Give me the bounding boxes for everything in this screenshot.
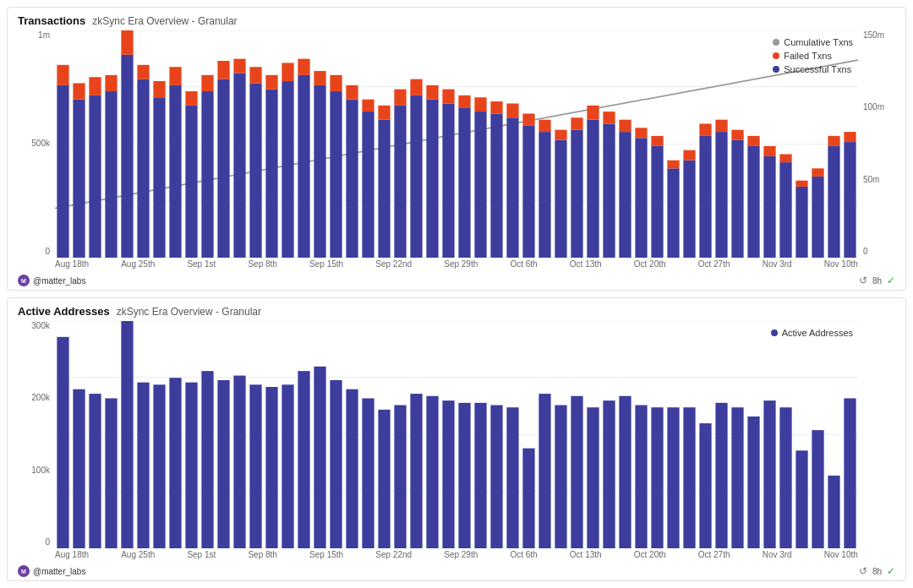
svg-rect-79 xyxy=(651,146,663,258)
svg-rect-36 xyxy=(298,59,309,75)
svg-rect-30 xyxy=(249,67,261,83)
cumulative-label: Cumulative Txns xyxy=(784,37,853,47)
matter-labs-logo-2: M xyxy=(18,565,30,577)
active-addresses-panel: Active Addresses zkSync Era Overview - G… xyxy=(7,297,906,581)
svg-rect-102 xyxy=(828,136,839,146)
transactions-y-axis-left: 1m 500k 0 xyxy=(18,30,55,273)
active-dot xyxy=(771,329,778,336)
svg-rect-55 xyxy=(458,107,470,258)
svg-rect-117 xyxy=(169,378,181,548)
svg-rect-96 xyxy=(779,155,791,163)
svg-rect-73 xyxy=(603,123,615,258)
svg-rect-50 xyxy=(410,79,422,95)
svg-rect-14 xyxy=(121,30,133,55)
svg-rect-48 xyxy=(394,90,406,106)
failed-label: Failed Txns xyxy=(784,51,832,61)
svg-rect-147 xyxy=(651,407,663,548)
svg-rect-94 xyxy=(763,146,775,156)
refresh-icon[interactable]: ↺ xyxy=(859,275,867,286)
active-addresses-footer: M @matter_labs ↺ 8h ✓ xyxy=(18,565,895,577)
active-addresses-title: Active Addresses xyxy=(18,305,110,318)
svg-rect-9 xyxy=(89,95,101,258)
svg-rect-95 xyxy=(779,162,791,258)
legend-failed: Failed Txns xyxy=(773,51,853,61)
svg-rect-133 xyxy=(426,396,438,548)
refresh-icon-2[interactable]: ↺ xyxy=(859,565,867,577)
cumulative-dot xyxy=(773,39,779,46)
svg-rect-159 xyxy=(844,398,856,548)
svg-rect-41 xyxy=(346,100,358,258)
svg-rect-111 xyxy=(73,389,85,548)
active-addresses-footer-actions: ↺ 8h ✓ xyxy=(859,565,895,577)
svg-rect-58 xyxy=(474,97,486,112)
active-addresses-chart-area: 300k 200k 100k 0 xyxy=(18,321,895,564)
svg-rect-122 xyxy=(249,384,261,548)
svg-rect-5 xyxy=(57,85,68,258)
svg-rect-34 xyxy=(282,63,293,81)
transactions-x-axis: Aug 18th Aug 25th Sep 1st Sep 8th Sep 15… xyxy=(55,258,858,273)
svg-rect-113 xyxy=(105,398,117,548)
transactions-svg-area xyxy=(55,30,858,258)
svg-rect-64 xyxy=(522,113,534,125)
svg-rect-69 xyxy=(571,130,582,258)
active-addresses-source: M @matter_labs xyxy=(18,565,85,577)
svg-rect-11 xyxy=(105,91,117,258)
svg-rect-149 xyxy=(683,407,695,548)
svg-rect-74 xyxy=(603,112,615,123)
svg-rect-33 xyxy=(282,81,293,258)
svg-rect-51 xyxy=(426,100,438,258)
active-addresses-source-label: @matter_labs xyxy=(33,567,85,576)
svg-rect-140 xyxy=(539,394,550,548)
svg-rect-154 xyxy=(763,400,775,548)
legend-active-addresses: Active Addresses xyxy=(771,328,853,338)
transactions-legend: Cumulative Txns Failed Txns Successful T… xyxy=(773,37,853,74)
legend-cumulative: Cumulative Txns xyxy=(773,37,853,47)
svg-rect-66 xyxy=(539,120,550,132)
active-addresses-right-spacer xyxy=(858,321,895,564)
svg-rect-70 xyxy=(571,117,582,129)
transactions-footer: M @matter_labs ↺ 8h ✓ xyxy=(18,275,895,286)
transactions-chart-area: 1m 500k 0 xyxy=(18,30,895,273)
active-label: Active Addresses xyxy=(782,328,853,338)
svg-rect-25 xyxy=(217,79,229,258)
active-addresses-header: Active Addresses zkSync Era Overview - G… xyxy=(18,305,895,318)
svg-rect-110 xyxy=(57,337,68,548)
svg-rect-98 xyxy=(795,181,807,187)
svg-rect-63 xyxy=(522,126,534,258)
svg-rect-139 xyxy=(522,449,534,548)
failed-dot xyxy=(773,52,779,59)
svg-rect-143 xyxy=(587,407,599,548)
svg-rect-150 xyxy=(699,423,711,548)
svg-rect-89 xyxy=(731,140,743,258)
svg-rect-118 xyxy=(185,383,197,548)
svg-rect-67 xyxy=(555,140,566,258)
svg-rect-20 xyxy=(169,67,181,85)
svg-rect-116 xyxy=(153,384,165,548)
svg-rect-45 xyxy=(378,120,390,258)
svg-rect-27 xyxy=(233,73,245,258)
svg-rect-13 xyxy=(121,55,133,258)
svg-rect-112 xyxy=(89,394,101,548)
svg-rect-54 xyxy=(442,90,454,104)
svg-rect-104 xyxy=(844,132,856,142)
svg-rect-146 xyxy=(635,406,647,548)
svg-rect-81 xyxy=(667,168,679,258)
svg-rect-82 xyxy=(667,161,679,169)
svg-rect-101 xyxy=(828,146,839,258)
check-icon-2: ✓ xyxy=(887,565,895,577)
svg-rect-131 xyxy=(394,406,406,548)
svg-rect-37 xyxy=(314,85,325,258)
refresh-time-2: 8h xyxy=(872,567,882,576)
svg-rect-60 xyxy=(490,101,502,113)
svg-rect-43 xyxy=(362,112,374,258)
svg-rect-124 xyxy=(282,384,293,548)
svg-rect-35 xyxy=(298,75,309,258)
successful-label: Successful Txns xyxy=(784,64,851,74)
svg-rect-31 xyxy=(265,90,277,258)
active-addresses-svg-area xyxy=(55,321,858,548)
svg-rect-127 xyxy=(330,380,342,548)
svg-rect-7 xyxy=(73,100,85,258)
svg-rect-59 xyxy=(490,113,502,258)
svg-rect-134 xyxy=(442,400,454,548)
svg-rect-90 xyxy=(731,130,743,140)
